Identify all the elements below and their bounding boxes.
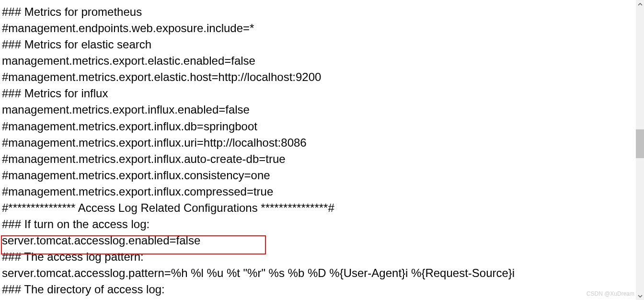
scroll-down-icon[interactable]: [636, 292, 644, 300]
config-line: server.tomcat.accesslog.pattern=%h %l %u…: [2, 265, 642, 281]
config-line: ### If turn on the access log:: [2, 216, 642, 232]
config-text-block: ### Metrics for prometheus #management.e…: [0, 0, 644, 300]
scrollbar-track[interactable]: [636, 0, 644, 300]
config-line: management.metrics.export.influx.enabled…: [2, 102, 642, 118]
config-line: #management.metrics.export.influx.uri=ht…: [2, 135, 642, 151]
config-line: ### Metrics for prometheus: [2, 4, 642, 20]
config-line: #management.metrics.export.influx.auto-c…: [2, 151, 642, 167]
config-line: #management.metrics.export.influx.compre…: [2, 184, 642, 200]
config-line: ### Metrics for influx: [2, 85, 642, 102]
config-line: management.metrics.export.elastic.enable…: [2, 53, 642, 69]
config-line: ### The directory of access log:: [2, 281, 642, 298]
config-line: ### Metrics for elastic search: [2, 36, 642, 53]
config-line: #management.metrics.export.elastic.host=…: [2, 69, 642, 85]
config-line: #management.metrics.export.influx.db=spr…: [2, 118, 642, 135]
config-line: ### The access log pattern:: [2, 249, 642, 265]
config-line: #management.endpoints.web.exposure.inclu…: [2, 20, 642, 36]
config-line: server.tomcat.accesslog.enabled=false: [2, 232, 642, 249]
watermark-text: CSDN @XuDream: [586, 290, 634, 297]
scroll-up-icon[interactable]: [636, 0, 644, 8]
config-line: #*************** Access Log Related Conf…: [2, 200, 642, 216]
config-line: #management.metrics.export.influx.consis…: [2, 167, 642, 184]
scrollbar-thumb[interactable]: [636, 129, 644, 158]
